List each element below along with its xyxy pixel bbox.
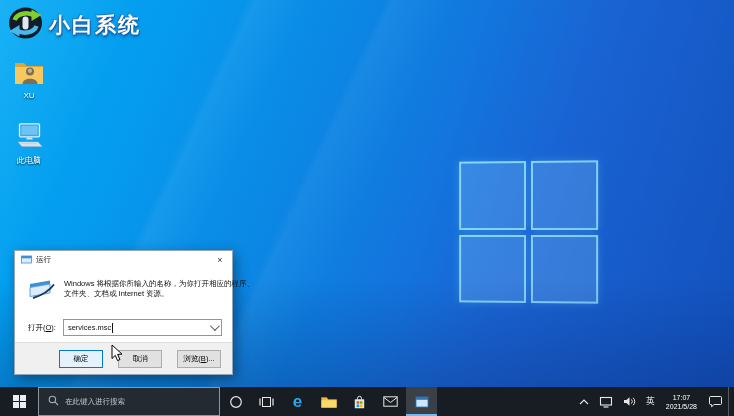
chevron-down-icon[interactable] [210, 321, 220, 331]
ok-button[interactable]: 确定 [59, 350, 103, 368]
desktop-icon-list: XU 此电脑 [4, 60, 54, 166]
run-description-line2: 文件夹、文档或 Internet 资源。 [64, 289, 254, 299]
windows-logo-wallpaper [459, 160, 598, 303]
cancel-button[interactable]: 取消 [118, 350, 162, 368]
desktop-icon-user-folder[interactable]: XU [4, 60, 54, 100]
edge-icon: e [293, 393, 302, 410]
edge-button[interactable]: e [282, 387, 313, 416]
close-icon[interactable]: × [208, 251, 232, 269]
run-dialog-description: Windows 将根据你所输入的名称，为你打开相应的程序、 文件夹、文档或 In… [64, 279, 254, 302]
microsoft-store-icon [353, 395, 366, 409]
cortana-icon [229, 395, 243, 409]
start-button[interactable] [0, 387, 38, 416]
windows-logo-pane [530, 235, 598, 304]
cortana-button[interactable] [220, 387, 251, 416]
task-view-button[interactable] [251, 387, 282, 416]
run-dialog: 运行 × Windows 将根据你所输入的名称，为你打开相应的程序、 文件夹、文… [14, 250, 233, 375]
speaker-icon [623, 396, 636, 407]
volume-tray-button[interactable] [618, 387, 641, 416]
run-dialog-taskbar-button[interactable] [406, 387, 437, 416]
windows-logo-pane [459, 161, 525, 229]
chevron-up-icon [579, 399, 589, 405]
open-label: 打开(O): [28, 323, 56, 333]
task-view-icon [259, 396, 274, 408]
taskbar: 在此键入进行搜索 e [0, 387, 734, 416]
taskbar-search-box[interactable]: 在此键入进行搜索 [38, 387, 220, 416]
windows-desktop: 小白系统 XU [0, 0, 734, 416]
run-window-icon [415, 396, 429, 408]
network-ethernet-icon [599, 396, 613, 408]
windows-logo-pane [459, 234, 525, 302]
search-icon [48, 395, 59, 408]
desktop-icon-label: XU [23, 91, 34, 100]
xiaobai-sync-logo-icon [7, 6, 44, 44]
windows-logo-pane [530, 160, 598, 229]
tray-date: 2021/5/28 [666, 402, 697, 411]
system-tray: 英 17:07 2021/5/28 [574, 387, 734, 416]
brand-name: 小白系统 [49, 11, 141, 39]
microsoft-store-button[interactable] [344, 387, 375, 416]
clock[interactable]: 17:07 2021/5/28 [660, 387, 703, 416]
run-dialog-title-icon [21, 255, 32, 266]
run-open-row: 打开(O): services.msc [15, 302, 232, 336]
xiaobai-system-watermark: 小白系统 [7, 6, 141, 44]
browse-button[interactable]: 浏览(B)... [177, 350, 221, 368]
this-pc-icon [14, 123, 44, 153]
file-explorer-icon [321, 395, 337, 408]
run-dialog-body: Windows 将根据你所输入的名称，为你打开相应的程序、 文件夹、文档或 In… [15, 269, 232, 302]
file-explorer-button[interactable] [313, 387, 344, 416]
run-dialog-footer: 确定 取消 浏览(B)... [15, 342, 232, 374]
run-dialog-titlebar[interactable]: 运行 × [15, 251, 232, 269]
windows-start-icon [13, 395, 26, 408]
search-placeholder: 在此键入进行搜索 [65, 397, 125, 407]
run-program-icon [28, 279, 55, 302]
show-hidden-icons-button[interactable] [574, 387, 594, 416]
desktop-icon-label: 此电脑 [17, 155, 41, 166]
network-tray-button[interactable] [594, 387, 618, 416]
text-caret [112, 323, 113, 333]
run-command-input[interactable]: services.msc [63, 319, 222, 336]
tray-time: 17:07 [673, 393, 691, 402]
run-dialog-title: 运行 [36, 255, 51, 265]
mouse-cursor [111, 344, 123, 366]
ime-indicator[interactable]: 英 [641, 387, 660, 416]
desktop-icon-this-pc[interactable]: 此电脑 [4, 123, 54, 166]
action-center-icon [708, 395, 723, 408]
mail-icon [383, 396, 398, 407]
run-command-value: services.msc [68, 323, 111, 332]
mail-button[interactable] [375, 387, 406, 416]
show-desktop-button[interactable] [728, 387, 734, 416]
action-center-button[interactable] [703, 387, 728, 416]
run-description-line1: Windows 将根据你所输入的名称，为你打开相应的程序、 [64, 279, 254, 289]
user-folder-icon [14, 60, 44, 89]
